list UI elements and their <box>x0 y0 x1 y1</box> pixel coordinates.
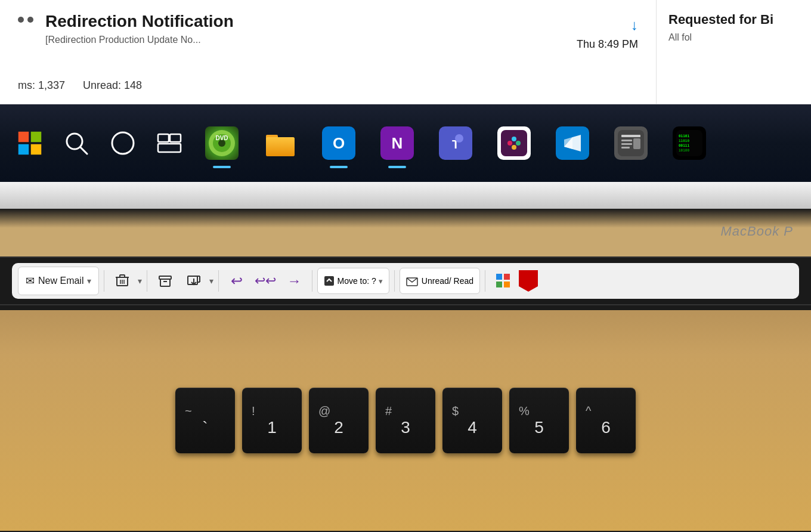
key-tilde[interactable]: ~ ` <box>175 388 235 453</box>
email-meta: ↓ Thu 8:49 PM <box>577 12 638 51</box>
email-title-row: Redirection Notification [Redirection Pr… <box>18 12 638 51</box>
key-5[interactable]: % 5 <box>509 388 569 453</box>
keyboard-area: ~ ` ! 1 @ 2 # 3 $ 4 % 5 <box>0 310 811 531</box>
taskbar-search-button[interactable] <box>55 122 97 164</box>
svg-rect-31 <box>621 135 640 137</box>
windows-start-button[interactable] <box>9 122 51 164</box>
windows-taskbar: DVD <box>0 104 811 182</box>
keyboard-row-numbers: ~ ` ! 1 @ 2 # 3 $ 4 % 5 <box>175 388 636 453</box>
taskbar-teams[interactable]: T <box>429 113 482 173</box>
taskbar-taskview-button[interactable] <box>148 122 190 164</box>
taskbar-vscode[interactable] <box>546 113 599 173</box>
move-to-label: Move to: ? <box>337 276 376 286</box>
svg-point-25 <box>507 141 512 146</box>
new-email-button[interactable]: ✉ New Email ▾ <box>18 267 99 295</box>
key-2[interactable]: @ 2 <box>309 388 369 453</box>
svg-rect-2 <box>18 144 29 155</box>
onenote-indicator <box>388 166 406 168</box>
svg-line-5 <box>81 147 87 154</box>
taskbar-cortana-button[interactable] <box>102 122 144 164</box>
inbox-dropdown[interactable]: ▾ <box>209 276 213 286</box>
unread-read-button[interactable]: Unread/ Read <box>400 268 480 294</box>
separator-5 <box>394 270 395 292</box>
forward-button[interactable]: → <box>281 268 307 294</box>
svg-rect-1 <box>31 132 42 143</box>
taskbar-matrix-app[interactable]: 01101 11010 00111 10100 <box>663 113 716 173</box>
key-3[interactable]: # 3 <box>376 388 435 453</box>
taskbar-dvd-app[interactable]: DVD <box>195 113 249 173</box>
svg-point-6 <box>112 132 134 154</box>
svg-rect-7 <box>158 134 169 142</box>
email-dot-indicators <box>18 17 33 23</box>
email-header: Redirection Notification [Redirection Pr… <box>0 0 811 104</box>
svg-text:DVD: DVD <box>215 135 228 141</box>
flag-button[interactable] <box>519 270 538 292</box>
move-to-button[interactable]: Move to: ? ▾ <box>317 268 389 294</box>
dvd-indicator <box>213 166 231 168</box>
email-left-panel: Redirection Notification [Redirection Pr… <box>0 0 656 104</box>
requested-for-text: Requested for Bi <box>668 12 799 27</box>
email-right-panel: Requested for Bi All fol <box>656 0 811 104</box>
grid-view-button[interactable] <box>490 268 516 294</box>
outlook-indicator <box>330 166 348 168</box>
key-4[interactable]: $ 4 <box>442 388 502 453</box>
key-6[interactable]: ^ 6 <box>576 388 636 453</box>
svg-rect-0 <box>18 132 29 143</box>
svg-rect-48 <box>160 279 170 286</box>
svg-rect-8 <box>170 134 181 142</box>
svg-rect-33 <box>621 143 632 145</box>
taskbar-slack[interactable] <box>487 113 541 173</box>
envelope-icon: ✉ <box>26 274 35 287</box>
email-subject: Redirection Notification <box>45 12 565 31</box>
email-stats: ms: 1,337 Unread: 148 <box>18 73 638 92</box>
separator-6 <box>485 270 485 292</box>
email-title-block: Redirection Notification [Redirection Pr… <box>45 12 565 45</box>
separator-4 <box>312 270 312 292</box>
move-to-dropdown[interactable]: ▾ <box>379 277 383 286</box>
svg-point-26 <box>512 137 516 141</box>
svg-text:O: O <box>333 134 345 152</box>
svg-rect-3 <box>31 144 42 155</box>
reply-button[interactable]: ↩ <box>224 268 250 294</box>
macbook-brand: MacBook P <box>721 224 794 239</box>
delete-button[interactable] <box>109 268 135 294</box>
taskbar-news-app[interactable] <box>604 113 658 173</box>
svg-text:11010: 11010 <box>679 138 689 143</box>
svg-point-27 <box>516 141 521 146</box>
unread-count: Unread: 148 <box>83 79 142 92</box>
svg-point-23 <box>455 134 463 143</box>
separator-3 <box>218 270 219 292</box>
email-dot-1 <box>18 17 24 23</box>
svg-rect-24 <box>501 130 527 156</box>
separator-2 <box>147 270 147 292</box>
taskbar-onenote[interactable]: N <box>370 113 424 173</box>
macbook-area: MacBook P ✉ New Email ▾ <box>0 209 811 532</box>
new-email-label: New Email <box>38 276 83 286</box>
taskbar-file-explorer[interactable] <box>253 113 307 173</box>
separator-1 <box>104 270 104 292</box>
svg-text:00111: 00111 <box>679 143 689 147</box>
new-email-dropdown[interactable]: ▾ <box>87 276 91 286</box>
touch-bar: ✉ New Email ▾ ▾ <box>0 256 811 305</box>
svg-text:N: N <box>392 134 403 152</box>
reply-all-button[interactable]: ↩↩ <box>252 268 278 294</box>
svg-rect-55 <box>324 276 334 286</box>
items-count: ms: 1,337 <box>18 79 65 92</box>
key-1[interactable]: ! 1 <box>242 388 302 453</box>
svg-rect-34 <box>621 147 630 149</box>
macbook-lid: MacBook P <box>0 209 811 256</box>
touchbar-inner: ✉ New Email ▾ ▾ <box>12 263 799 299</box>
svg-text:01101: 01101 <box>679 134 689 138</box>
svg-rect-9 <box>158 144 181 152</box>
all-folders-text: All fol <box>668 32 799 43</box>
svg-rect-43 <box>120 275 125 277</box>
move-inbox-button[interactable] <box>181 268 207 294</box>
delete-dropdown[interactable]: ▾ <box>138 276 142 286</box>
email-subtitle: [Redirection Production Update No... <box>45 35 565 45</box>
svg-rect-35 <box>633 138 640 149</box>
email-time: Thu 8:49 PM <box>577 38 638 51</box>
taskbar-outlook[interactable]: O <box>312 113 366 173</box>
screen-bg-overlay <box>0 182 811 212</box>
svg-rect-32 <box>621 140 632 141</box>
archive-button[interactable] <box>152 268 178 294</box>
